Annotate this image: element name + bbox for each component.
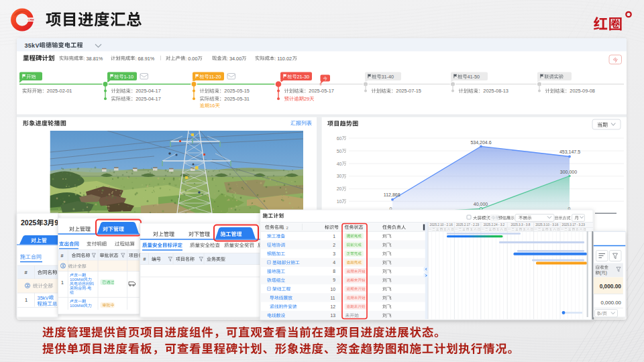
svg-text:534,204.6: 534,204.6 bbox=[470, 140, 491, 145]
svg-text:300,000: 300,000 bbox=[560, 170, 577, 174]
svg-text:35kV: 35kV bbox=[25, 42, 40, 49]
svg-text:10: 10 bbox=[330, 287, 335, 292]
svg-text:): ) bbox=[606, 270, 607, 276]
svg-text:2025-08-13: 2025-08-13 bbox=[483, 88, 508, 94]
svg-text:2025.3.10 - 3.16: 2025.3.10 - 3.16 bbox=[535, 223, 559, 227]
svg-text:3: 3 bbox=[44, 219, 48, 227]
svg-text:112,868: 112,868 bbox=[384, 192, 400, 197]
svg-text:0,000.00: 0,000.00 bbox=[601, 300, 622, 306]
svg-text:2025-05-17: 2025-05-17 bbox=[309, 88, 334, 94]
svg-text:100MW: 100MW bbox=[70, 278, 84, 282]
svg-text:2025.2.24 - 3.2: 2025.2.24 - 3.2 bbox=[484, 223, 505, 227]
svg-text:4: 4 bbox=[333, 260, 335, 265]
svg-text:8: 8 bbox=[333, 269, 335, 274]
svg-text:40,000: 40,000 bbox=[474, 202, 488, 206]
svg-text:3: 3 bbox=[333, 251, 335, 256]
svg-text:2025.2.10 - 2.16: 2025.2.10 - 2.16 bbox=[430, 223, 453, 227]
svg-text:40: 40 bbox=[337, 162, 342, 166]
svg-text:2: 2 bbox=[286, 226, 288, 230]
svg-text:31-40: 31-40 bbox=[382, 74, 394, 80]
svg-text:2: 2 bbox=[333, 243, 335, 247]
svg-text:13: 13 bbox=[330, 313, 335, 318]
svg-text:2025-04-17: 2025-04-17 bbox=[136, 88, 161, 94]
svg-text:41-50: 41-50 bbox=[468, 74, 480, 80]
svg-text:16: 16 bbox=[209, 103, 215, 109]
svg-text:1: 1 bbox=[61, 280, 64, 285]
svg-text:9: 9 bbox=[333, 278, 335, 282]
svg-text:12: 12 bbox=[330, 304, 335, 309]
svg-text:2025.3.3 - 3.8: 2025.3.3 - 3.8 bbox=[511, 223, 530, 227]
svg-text:20: 20 bbox=[337, 186, 342, 191]
svg-text:50: 50 bbox=[337, 149, 342, 154]
svg-text:: 110.02: : 110.02 bbox=[274, 56, 292, 62]
svg-text:: 68.91%: : 68.91% bbox=[136, 56, 155, 62]
svg-text:11: 11 bbox=[330, 296, 335, 300]
svg-text:453,147.5: 453,147.5 bbox=[559, 149, 580, 154]
svg-text:1-10: 1-10 bbox=[124, 74, 133, 80]
svg-text:21-30: 21-30 bbox=[297, 74, 309, 80]
svg-text:0,000.00: 0,000.00 bbox=[600, 283, 622, 290]
svg-text:: 34.00: : 34.00 bbox=[227, 56, 241, 62]
svg-text:: 38.81%: : 38.81% bbox=[84, 56, 103, 62]
svg-text:2025-05-15: 2025-05-15 bbox=[224, 88, 250, 94]
svg-text:2025.3.17 - 3.23: 2025.3.17 - 3.23 bbox=[562, 223, 586, 227]
svg-text:100MW: 100MW bbox=[70, 304, 84, 308]
svg-text:2025-09-08: 2025-09-08 bbox=[570, 88, 595, 94]
svg-text:1: 1 bbox=[282, 226, 284, 230]
svg-text:29: 29 bbox=[304, 96, 309, 102]
svg-text:2025-02-01: 2025-02-01 bbox=[47, 88, 72, 94]
svg-text:2025-05-31: 2025-05-31 bbox=[224, 96, 250, 102]
svg-text:2025: 2025 bbox=[21, 219, 37, 227]
svg-text:-: - bbox=[86, 286, 87, 290]
svg-text:#: # bbox=[61, 253, 64, 258]
svg-text:CRM: CRM bbox=[28, 18, 35, 21]
svg-text:10: 10 bbox=[337, 199, 342, 204]
svg-text:#: # bbox=[144, 257, 146, 261]
svg-text:1: 1 bbox=[333, 234, 335, 239]
svg-text:/: / bbox=[601, 311, 602, 316]
svg-text:60: 60 bbox=[337, 136, 342, 141]
svg-text:11-20: 11-20 bbox=[209, 74, 221, 80]
svg-text:2025-04-17: 2025-04-17 bbox=[136, 96, 161, 102]
svg-text:30: 30 bbox=[337, 174, 342, 178]
svg-text:1: 1 bbox=[25, 297, 28, 303]
svg-text:2025.2.17 - 2.23: 2025.2.17 - 2.23 bbox=[456, 223, 480, 227]
svg-text:2025-07-15: 2025-07-15 bbox=[396, 88, 421, 94]
svg-text:: 0.00: : 0.00 bbox=[185, 56, 197, 62]
svg-text:35kV: 35kV bbox=[38, 295, 49, 301]
